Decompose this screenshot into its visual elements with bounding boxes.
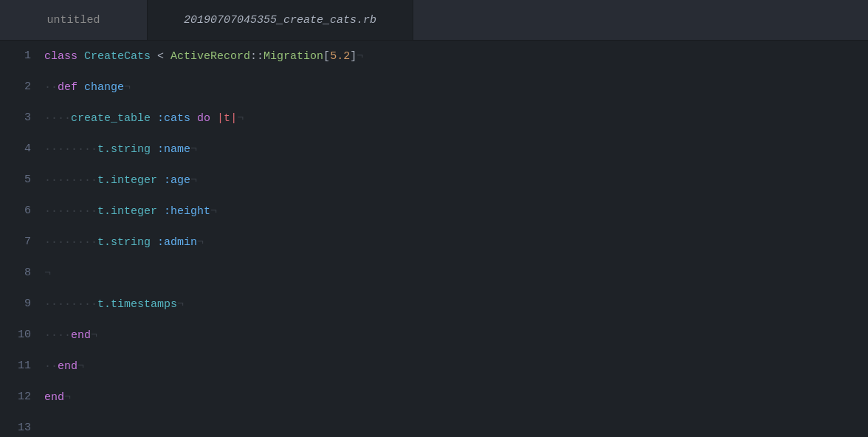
line-number-10: 10 [0, 320, 31, 351]
token: ¬ [237, 112, 244, 125]
token: ·· [44, 81, 58, 94]
token: | [230, 112, 237, 125]
code-line-7: ········t.string :admin¬ [44, 227, 868, 258]
line-number-7: 7 [0, 227, 31, 258]
token: t [224, 112, 230, 125]
token: end [44, 391, 64, 404]
token: ¬ [177, 298, 184, 311]
token: do [190, 112, 217, 125]
tab-migration[interactable]: 20190707045355_create_cats.rb [148, 0, 413, 40]
line-number-13: 13 [0, 413, 31, 437]
token: CreateCats [84, 50, 151, 63]
tab-untitled[interactable]: untitled [0, 0, 148, 40]
token: t.integer [97, 174, 157, 187]
line-number-6: 6 [0, 196, 31, 227]
token: ········ [44, 143, 97, 156]
token: :admin [157, 236, 197, 249]
token: ········ [44, 174, 97, 187]
token: :: [250, 50, 264, 63]
token: change [84, 81, 124, 94]
code-line-8: ¬ [44, 258, 868, 289]
token: 5.2 [330, 50, 350, 63]
token: :height [164, 205, 210, 218]
token: ActiveRecord [170, 50, 250, 63]
token: :cats [157, 112, 190, 125]
token: ¬ [91, 329, 97, 342]
token [151, 112, 157, 125]
line-number-3: 3 [0, 103, 31, 134]
token [151, 143, 157, 156]
code-line-13 [44, 413, 868, 437]
line-numbers: 12345678910111213 [0, 41, 44, 437]
token: ¬ [124, 81, 131, 94]
code-line-11: ··end¬ [44, 351, 868, 382]
token: ] [350, 50, 356, 63]
token: end [58, 360, 78, 373]
line-number-1: 1 [0, 41, 31, 72]
code-line-10: ····end¬ [44, 320, 868, 351]
code-area: 12345678910111213 class CreateCats < Act… [0, 41, 868, 437]
code-line-5: ········t.integer :age¬ [44, 165, 868, 196]
token: :name [157, 143, 190, 156]
token: end [71, 329, 91, 342]
token: ¬ [64, 391, 71, 404]
token: ········ [44, 205, 97, 218]
token: ¬ [78, 360, 84, 373]
token [157, 205, 164, 218]
token: ········ [44, 298, 97, 311]
token: ···· [44, 329, 71, 342]
token: Migration [264, 50, 323, 63]
code-line-6: ········t.integer :height¬ [44, 196, 868, 227]
tab-migration-label: 20190707045355_create_cats.rb [184, 14, 376, 27]
code-line-2: ··def change¬ [44, 72, 868, 103]
token: def [58, 81, 84, 94]
code-line-9: ········t.timestamps¬ [44, 289, 868, 320]
token: ¬ [44, 267, 51, 280]
token: :age [164, 174, 190, 187]
token [151, 236, 157, 249]
line-number-12: 12 [0, 382, 31, 413]
line-number-2: 2 [0, 72, 31, 103]
tab-spacer [413, 0, 868, 40]
token [157, 174, 164, 187]
token: ¬ [210, 205, 217, 218]
line-number-9: 9 [0, 289, 31, 320]
token: ¬ [190, 143, 197, 156]
line-number-11: 11 [0, 351, 31, 382]
line-number-4: 4 [0, 134, 31, 165]
token: ¬ [197, 236, 204, 249]
token: ·· [44, 360, 58, 373]
token: t.string [97, 143, 151, 156]
token: ········ [44, 236, 97, 249]
code-line-1: class CreateCats < ActiveRecord::Migrati… [44, 41, 868, 72]
token: [ [323, 50, 330, 63]
line-number-5: 5 [0, 165, 31, 196]
code-content[interactable]: class CreateCats < ActiveRecord::Migrati… [44, 41, 868, 437]
token: ···· [44, 112, 71, 125]
code-line-4: ········t.string :name¬ [44, 134, 868, 165]
token: create_table [71, 112, 151, 125]
token: t.timestamps [97, 298, 177, 311]
token: t.string [97, 236, 151, 249]
line-number-8: 8 [0, 258, 31, 289]
code-line-3: ····create_table :cats do |t|¬ [44, 103, 868, 134]
tab-untitled-label: untitled [46, 14, 100, 27]
tab-bar: untitled 20190707045355_create_cats.rb [0, 0, 868, 41]
token: ¬ [190, 174, 197, 187]
editor-container: untitled 20190707045355_create_cats.rb 1… [0, 0, 868, 437]
token: class [44, 50, 84, 63]
token: < [151, 50, 170, 63]
token: t.integer [97, 205, 157, 218]
token: ¬ [356, 50, 363, 63]
code-line-12: end¬ [44, 382, 868, 413]
token: | [217, 112, 224, 125]
